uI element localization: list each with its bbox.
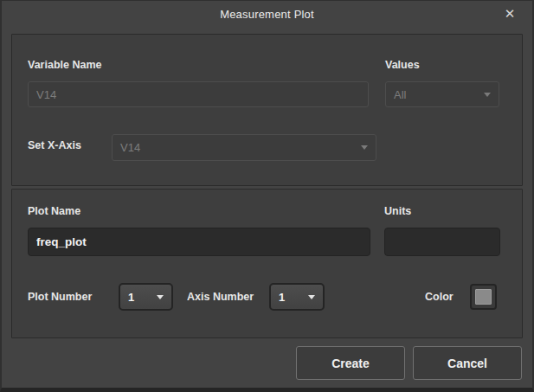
axis-number-dropdown[interactable]: 1 xyxy=(269,283,325,311)
measurement-plot-dialog: Measurement Plot ✕ Variable Name Values … xyxy=(0,0,534,392)
chevron-down-icon xyxy=(484,93,491,97)
dialog-title: Measurement Plot xyxy=(220,8,314,21)
values-label: Values xyxy=(385,59,420,71)
plot-name-label: Plot Name xyxy=(28,205,80,217)
chevron-down-icon xyxy=(157,295,164,299)
axis-number-dropdown-value: 1 xyxy=(279,291,285,304)
plot-section-panel: Plot Name Units Plot Number 1 Axis Numbe… xyxy=(11,189,523,338)
plot-number-label: Plot Number xyxy=(28,291,92,303)
values-dropdown-value: All xyxy=(394,88,406,101)
values-dropdown: All xyxy=(385,81,499,107)
set-x-axis-dropdown: V14 xyxy=(112,134,376,161)
create-button[interactable]: Create xyxy=(296,346,405,380)
cancel-button[interactable]: Cancel xyxy=(413,346,522,380)
plot-number-dropdown[interactable]: 1 xyxy=(119,283,173,311)
color-swatch-fill xyxy=(475,289,492,305)
units-input[interactable] xyxy=(384,228,500,256)
set-x-axis-dropdown-value: V14 xyxy=(120,141,140,154)
set-x-axis-label: Set X-Axis xyxy=(28,139,81,151)
units-label: Units xyxy=(384,205,411,217)
axis-number-label: Axis Number xyxy=(187,291,254,303)
chevron-down-icon xyxy=(361,145,368,150)
chevron-down-icon xyxy=(308,295,315,299)
close-icon[interactable]: ✕ xyxy=(499,3,520,24)
title-bar: Measurement Plot ✕ xyxy=(2,1,532,27)
color-label: Color xyxy=(425,291,454,303)
variable-name-label: Variable Name xyxy=(28,59,101,71)
variable-name-input xyxy=(28,81,369,107)
plot-name-input[interactable] xyxy=(28,228,370,256)
color-picker-button[interactable] xyxy=(470,284,497,310)
variable-section-panel: Variable Name Values All Set X-Axis V14 xyxy=(11,34,523,186)
plot-number-dropdown-value: 1 xyxy=(128,291,134,304)
